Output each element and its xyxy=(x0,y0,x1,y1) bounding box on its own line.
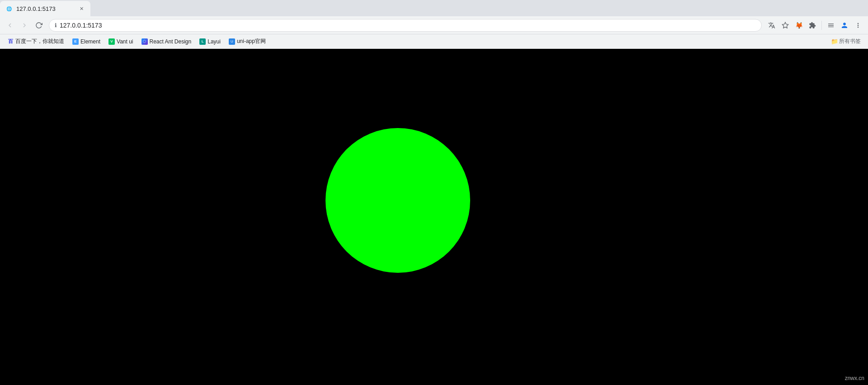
sidebar-button[interactable] xyxy=(825,19,837,32)
bookmark-vant-label: Vant ui xyxy=(117,38,133,45)
security-icon: ℹ xyxy=(55,22,57,29)
svg-marker-0 xyxy=(782,22,788,28)
address-bar[interactable]: ℹ 127.0.0.1:5173 xyxy=(49,19,762,32)
forward-button[interactable] xyxy=(18,19,31,32)
tab-favicon: 🌐 xyxy=(5,5,13,12)
bookmark-vant[interactable]: V Vant ui xyxy=(105,37,137,47)
translate-button[interactable] xyxy=(765,19,778,32)
watermark: znwx.cn xyxy=(845,375,864,381)
menu-button[interactable] xyxy=(852,19,864,32)
url-text: 127.0.0.1:5173 xyxy=(60,22,756,29)
uniapp-favicon: U xyxy=(229,38,235,45)
react-favicon: ⬡ xyxy=(142,38,148,45)
bookmark-layui[interactable]: L Layui xyxy=(196,37,224,47)
element-favicon: E xyxy=(72,38,79,45)
tab-bar: 🌐 127.0.0.1:5173 ✕ xyxy=(0,0,868,16)
toolbar-right: 🦊 xyxy=(765,19,864,32)
page-content: znwx.cn xyxy=(0,49,868,385)
bookmarks-bar: 百 百度一下，你就知道 E Element V Vant ui ⬡ React … xyxy=(0,34,868,49)
bookmark-element[interactable]: E Element xyxy=(69,37,104,47)
bookmark-layui-label: Layui xyxy=(208,38,221,45)
profile-button[interactable] xyxy=(838,19,851,32)
reload-button[interactable] xyxy=(33,19,45,32)
bookmark-uniapp[interactable]: U uni-app官网 xyxy=(225,36,269,47)
all-bookmarks-label: 所有书签 xyxy=(839,38,861,45)
extensions-button[interactable] xyxy=(806,19,819,32)
bookmark-baidu-label: 百度一下，你就知道 xyxy=(15,38,64,45)
tab-title: 127.0.0.1:5173 xyxy=(16,5,74,12)
back-button[interactable] xyxy=(4,19,16,32)
bookmark-react-ant[interactable]: ⬡ React Ant Design xyxy=(138,37,195,47)
bookmark-react-label: React Ant Design xyxy=(150,38,192,45)
browser-frame: 🌐 127.0.0.1:5173 ✕ ℹ 127.0.0.1:5173 🦊 xyxy=(0,0,868,385)
tampermonkey-extension[interactable]: 🦊 xyxy=(793,19,805,32)
baidu-favicon: 百 xyxy=(7,38,14,45)
all-bookmarks-button[interactable]: 📁 所有书签 xyxy=(827,36,864,47)
bookmark-star-button[interactable] xyxy=(779,19,792,32)
bookmark-element-label: Element xyxy=(80,38,100,45)
green-circle xyxy=(326,128,470,273)
toolbar: ℹ 127.0.0.1:5173 🦊 xyxy=(0,16,868,34)
toolbar-separator xyxy=(821,21,822,30)
vant-favicon: V xyxy=(108,38,115,45)
folder-icon: 📁 xyxy=(831,38,838,45)
bookmark-uniapp-label: uni-app官网 xyxy=(237,38,266,45)
bookmark-baidu[interactable]: 百 百度一下，你就知道 xyxy=(4,36,68,47)
active-tab[interactable]: 🌐 127.0.0.1:5173 ✕ xyxy=(0,1,90,16)
tab-close-button[interactable]: ✕ xyxy=(78,5,85,12)
layui-favicon: L xyxy=(199,38,206,45)
